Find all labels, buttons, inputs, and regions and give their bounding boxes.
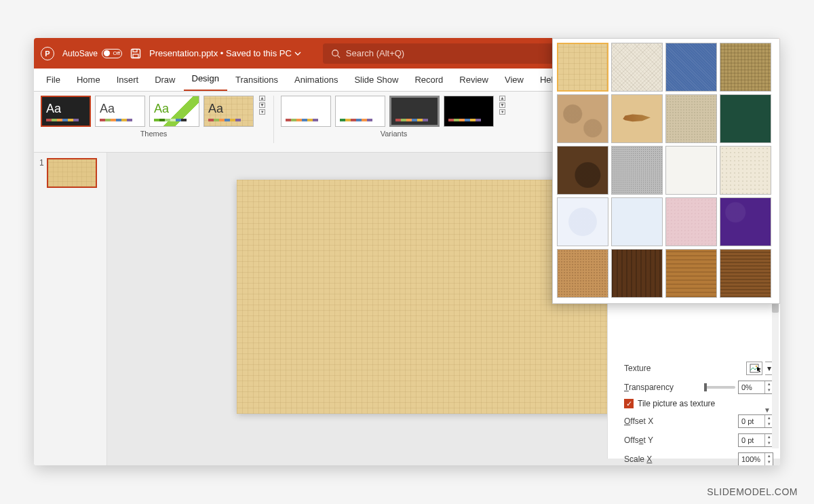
tab-file[interactable]: File <box>38 69 69 91</box>
texture-swatch-walnut[interactable] <box>611 249 663 298</box>
texture-swatch-pink-tissue[interactable] <box>665 197 717 246</box>
scale-x-input[interactable]: 100%▴▾ <box>738 452 773 465</box>
texture-gallery <box>552 38 780 304</box>
tab-record[interactable]: Record <box>406 69 451 91</box>
separator <box>273 96 274 143</box>
theme-thumbnail[interactable]: Aa <box>41 96 91 127</box>
expand-icon[interactable]: ▼ <box>764 406 771 414</box>
texture-picker-button[interactable] <box>746 362 762 375</box>
transparency-slider[interactable] <box>704 386 735 389</box>
offset-y-label: Offset Y <box>624 435 653 445</box>
texture-swatch-cork[interactable] <box>557 249 608 298</box>
transparency-input[interactable]: 0%▴▾ <box>738 381 773 394</box>
variant-thumbnail[interactable] <box>389 96 440 127</box>
tab-animations[interactable]: Animations <box>286 69 346 91</box>
search-icon <box>331 49 341 58</box>
texture-swatch-oak[interactable] <box>665 249 717 298</box>
svg-rect-1 <box>133 49 137 52</box>
texture-swatch-papyrus[interactable] <box>557 43 608 92</box>
svg-point-3 <box>332 50 338 56</box>
powerpoint-window: P AutoSave Off Presentation.pptx • Saved… <box>34 38 780 465</box>
svg-line-4 <box>337 55 340 58</box>
tab-home[interactable]: Home <box>69 69 109 91</box>
themes-group: Aa Aa Aa Aa ▲▼▾ Themes <box>41 96 267 152</box>
texture-swatch-woven-mat[interactable] <box>720 43 771 92</box>
transparency-label: Transparency <box>624 383 674 392</box>
tab-design[interactable]: Design <box>184 68 227 91</box>
theme-thumbnail[interactable]: Aa <box>149 96 199 127</box>
offset-y-input[interactable]: 0 pt▴▾ <box>738 433 773 447</box>
chevron-down-icon <box>294 50 301 57</box>
texture-label: Texture <box>624 364 651 373</box>
offset-x-label: Offset X <box>624 416 653 426</box>
tile-picture-label: Tile picture as texture <box>638 399 715 408</box>
scale-x-label: Scale X <box>624 454 652 464</box>
variants-group: ▲▼▾ Variants <box>281 96 507 152</box>
texture-swatch-denim[interactable] <box>665 43 717 92</box>
theme-thumbnail[interactable]: Aa <box>95 96 145 127</box>
slide-number: 1 <box>39 158 44 168</box>
variant-thumbnail[interactable] <box>444 96 494 127</box>
texture-swatch-newsprint[interactable] <box>665 146 717 195</box>
texture-swatch-paper-bag[interactable] <box>557 94 608 143</box>
tab-slideshow[interactable]: Slide Show <box>346 69 406 91</box>
themes-group-label: Themes <box>140 130 168 138</box>
texture-swatch-sand[interactable] <box>665 94 717 143</box>
variants-more-button[interactable]: ▲▼▾ <box>498 96 507 115</box>
texture-swatch-stationery[interactable] <box>557 197 608 246</box>
save-icon[interactable] <box>130 48 141 59</box>
watermark: SLIDEMODEL.COM <box>707 486 798 497</box>
texture-swatch-canvas[interactable] <box>611 43 663 92</box>
tab-review[interactable]: Review <box>451 69 497 91</box>
themes-more-button[interactable]: ▲▼▾ <box>258 96 267 115</box>
texture-swatch-purple-mesh[interactable] <box>720 197 771 246</box>
texture-swatch-brown-leather[interactable] <box>557 146 608 195</box>
variant-thumbnail[interactable] <box>335 96 385 127</box>
document-title[interactable]: Presentation.pptx • Saved to this PC <box>149 48 301 58</box>
app-icon: P <box>41 47 54 60</box>
search-input[interactable]: Search (Alt+Q) <box>323 43 574 64</box>
slide-thumbnail[interactable] <box>47 158 97 188</box>
tab-insert[interactable]: Insert <box>109 69 147 91</box>
slide-thumbnail-panel: 1 <box>34 153 107 465</box>
variant-thumbnail[interactable] <box>281 96 331 127</box>
texture-swatch-recycled-paper[interactable] <box>720 146 771 195</box>
svg-rect-2 <box>133 54 138 58</box>
toggle-switch[interactable]: Off <box>102 49 122 58</box>
theme-thumbnail[interactable]: Aa <box>204 96 254 127</box>
tile-picture-checkbox[interactable]: ✓ Tile picture as texture <box>624 399 773 408</box>
variants-group-label: Variants <box>381 130 408 138</box>
checkbox-icon: ✓ <box>624 399 634 408</box>
texture-swatch-granite[interactable] <box>611 146 663 195</box>
autosave-label: AutoSave <box>62 49 98 58</box>
tab-draw[interactable]: Draw <box>147 69 183 91</box>
tab-transitions[interactable]: Transitions <box>227 69 286 91</box>
tab-view[interactable]: View <box>497 69 532 91</box>
texture-swatch-fish-fossil[interactable] <box>611 94 663 143</box>
texture-swatch-green-marble[interactable] <box>720 94 771 143</box>
cursor-icon <box>757 367 762 372</box>
texture-swatch-blue-tissue[interactable] <box>611 197 663 246</box>
autosave-toggle[interactable]: AutoSave Off <box>62 49 122 58</box>
offset-x-input[interactable]: 0 pt▴▾ <box>738 414 773 428</box>
texture-swatch-medium-wood[interactable] <box>720 249 771 298</box>
